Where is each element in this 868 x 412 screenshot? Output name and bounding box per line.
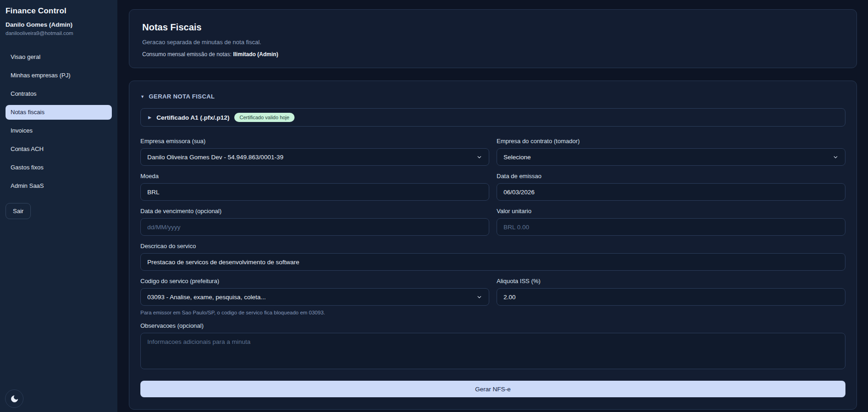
certificate-valid-badge: Certificado valido hoje — [234, 113, 294, 122]
chevron-down-icon — [476, 294, 482, 300]
theme-toggle-button[interactable] — [5, 389, 23, 408]
service-code-selected-value: 03093 - Analise, exame, pesquisa, coleta… — [147, 294, 266, 301]
user-email: danilooliveira9@hotmail.com — [6, 30, 112, 36]
user-name: Danilo Gomes (Admin) — [6, 21, 112, 28]
field-aliquota-iss: Aliquota ISS (%) — [497, 278, 845, 315]
sidebar-item-invoices[interactable]: Invoices — [6, 123, 112, 138]
app-title: Finance Control — [6, 6, 112, 16]
sidebar-item-gastos-fixos[interactable]: Gastos fixos — [6, 160, 112, 175]
issuer-selected-value: Danilo Oliveira Gomes Dev - 54.949.863/0… — [147, 154, 284, 161]
field-data-vencimento: Data de vencimento (opcional) — [140, 208, 489, 236]
field-empresa-tomador: Empresa do contrato (tomador) Selecione — [497, 138, 845, 166]
page-title: Notas Fiscais — [142, 22, 844, 33]
sidebar-item-visao-geral[interactable]: Visao geral — [6, 50, 112, 64]
field-valor-unitario: Valor unitario — [497, 208, 845, 236]
field-observacoes: Observacoes (opcional) — [140, 322, 845, 371]
taker-selected-value: Selecione — [503, 154, 531, 161]
notes-label: Observacoes (opcional) — [140, 322, 845, 329]
service-code-label: Codigo do servico (prefeitura) — [140, 278, 489, 284]
page-subtitle: Geracao separada de minutas de nota fisc… — [142, 39, 844, 46]
sidebar-item-contas-ach[interactable]: Contas ACH — [6, 142, 112, 157]
usage-label: Consumo mensal emissão de notas: — [142, 51, 231, 58]
section-title: GERAR NOTA FISCAL — [149, 93, 214, 100]
field-codigo-servico: Codigo do servico (prefeitura) 03093 - A… — [140, 278, 489, 315]
sidebar-item-notas-fiscais[interactable]: Notas fiscais — [6, 105, 112, 120]
due-date-input[interactable] — [140, 218, 489, 236]
field-moeda: Moeda — [140, 173, 489, 201]
unit-value-label: Valor unitario — [497, 208, 845, 215]
iss-rate-label: Aliquota ISS (%) — [497, 278, 845, 284]
taker-select[interactable]: Selecione — [497, 148, 845, 166]
page-header-card: Notas Fiscais Geracao separada de minuta… — [129, 9, 857, 68]
certificate-label: Certificado A1 (.pfx/.p12) — [156, 114, 230, 121]
sidebar: Finance Control Danilo Gomes (Admin) dan… — [0, 0, 117, 412]
notes-textarea[interactable] — [140, 333, 845, 369]
issue-date-label: Data de emissao — [497, 173, 845, 180]
field-data-emissao: Data de emissao — [497, 173, 845, 201]
sidebar-item-admin-saas[interactable]: Admin SaaS — [6, 179, 112, 193]
generate-invoice-card: ▼ GERAR NOTA FISCAL ▶ Certificado A1 (.p… — [129, 81, 857, 410]
usage-line: Consumo mensal emissão de notas: Ilimita… — [142, 51, 844, 58]
usage-value: Ilimitado (Admin) — [233, 51, 278, 58]
certificate-row[interactable]: ▶ Certificado A1 (.pfx/.p12) Certificado… — [140, 108, 845, 127]
logout-button[interactable]: Sair — [6, 203, 31, 219]
taker-label: Empresa do contrato (tomador) — [497, 138, 845, 145]
expand-triangle-icon: ▶ — [148, 115, 151, 120]
sidebar-nav: Visao geral Minhas empresas (PJ) Contrat… — [6, 50, 112, 197]
service-code-select[interactable]: 03093 - Analise, exame, pesquisa, coleta… — [140, 288, 489, 306]
field-empresa-emissora: Empresa emissora (sua) Danilo Oliveira G… — [140, 138, 489, 166]
sidebar-item-contratos[interactable]: Contratos — [6, 87, 112, 101]
moon-icon — [10, 395, 19, 403]
description-input[interactable] — [140, 253, 845, 271]
section-header-gerar-nota[interactable]: ▼ GERAR NOTA FISCAL — [140, 93, 845, 100]
field-descricao-servico: Descricao do servico — [140, 243, 845, 271]
issuer-select[interactable]: Danilo Oliveira Gomes Dev - 54.949.863/0… — [140, 148, 489, 166]
issuer-label: Empresa emissora (sua) — [140, 138, 489, 145]
issue-date-input[interactable] — [497, 183, 845, 201]
due-date-label: Data de vencimento (opcional) — [140, 208, 489, 215]
main-content: Notas Fiscais Geracao separada de minuta… — [117, 0, 868, 412]
generate-nfse-button[interactable]: Gerar NFS-e — [140, 381, 845, 397]
chevron-down-icon — [833, 154, 839, 160]
description-label: Descricao do servico — [140, 243, 845, 250]
iss-rate-input[interactable] — [497, 288, 845, 306]
currency-input[interactable] — [140, 183, 489, 201]
collapse-triangle-icon: ▼ — [140, 94, 145, 99]
sidebar-item-minhas-empresas[interactable]: Minhas empresas (PJ) — [6, 68, 112, 83]
chevron-down-icon — [476, 154, 482, 160]
unit-value-input[interactable] — [497, 218, 845, 236]
service-code-help-text: Para emissor em Sao Paulo/SP, o codigo d… — [140, 310, 489, 315]
currency-label: Moeda — [140, 173, 489, 180]
